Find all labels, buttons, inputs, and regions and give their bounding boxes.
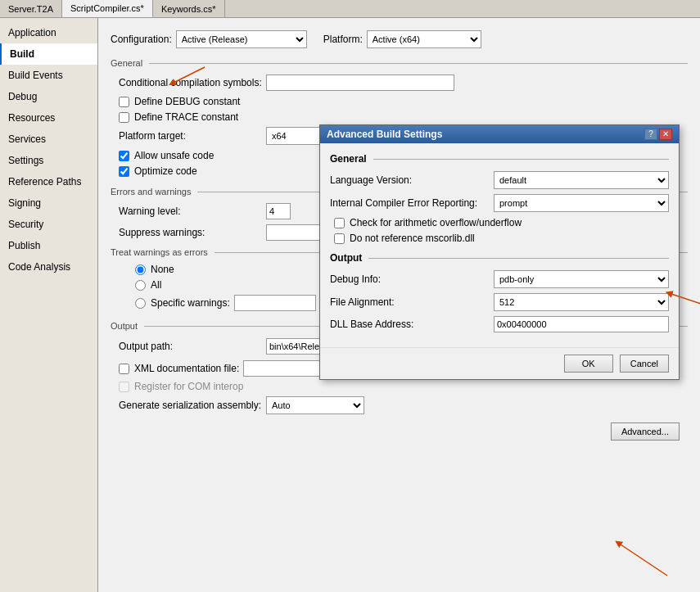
- xml-doc-checkbox[interactable]: [119, 364, 129, 374]
- tab-scriptcompiler[interactable]: ScriptCompiler.cs*: [62, 0, 153, 17]
- sidebar: Application Build Build Events Debug Res…: [0, 18, 98, 592]
- file-alignment-label: File Alignment:: [330, 296, 494, 308]
- file-alignment-dropdown[interactable]: 512: [494, 293, 669, 311]
- conditional-input[interactable]: [266, 75, 454, 91]
- svg-line-2: [618, 543, 667, 576]
- sidebar-item-reference-paths[interactable]: Reference Paths: [0, 171, 97, 192]
- dll-base-value: [494, 316, 669, 332]
- platform-label: Platform:: [323, 34, 363, 45]
- sidebar-item-debug[interactable]: Debug: [0, 86, 97, 107]
- sidebar-item-resources[interactable]: Resources: [0, 107, 97, 129]
- compiler-error-value: prompt: [494, 194, 669, 212]
- file-alignment-row: File Alignment: 512: [330, 293, 669, 311]
- specific-input[interactable]: [234, 295, 316, 311]
- none-label: None: [151, 264, 174, 275]
- dialog-help-button[interactable]: ?: [644, 129, 657, 140]
- dll-base-label: DLL Base Address:: [330, 319, 494, 330]
- general-section-label: General: [111, 58, 688, 68]
- cancel-button[interactable]: Cancel: [620, 355, 669, 373]
- arrow-annotation-3: [602, 535, 684, 584]
- compiler-error-row: Internal Compiler Error Reporting: promp…: [330, 194, 669, 212]
- all-label: All: [151, 279, 161, 291]
- platform-target-label: Platform target:: [119, 130, 266, 142]
- register-com-row: Register for COM interop: [111, 381, 688, 392]
- dialog-footer: OK Cancel: [320, 347, 679, 379]
- sidebar-item-signing[interactable]: Signing: [0, 192, 97, 214]
- config-label: Configuration:: [111, 34, 172, 45]
- dll-base-input[interactable]: [494, 316, 669, 332]
- tab-server[interactable]: Server.T2A: [0, 0, 62, 17]
- no-mscorlib-row: Do not reference mscorlib.dll: [330, 233, 669, 244]
- compiler-error-dropdown[interactable]: prompt: [494, 194, 669, 212]
- register-com-checkbox[interactable]: [119, 382, 129, 392]
- tab-bar: Server.T2A ScriptCompiler.cs* Keywords.c…: [0, 0, 700, 18]
- dialog-titlebar: Advanced Build Settings ? ✕: [320, 125, 679, 143]
- config-row: Configuration: Active (Release) Platform…: [111, 30, 688, 48]
- xml-doc-label: XML documentation file:: [134, 363, 239, 374]
- language-version-value: default: [494, 171, 669, 189]
- dll-base-row: DLL Base Address:: [330, 316, 669, 332]
- optimize-label: Optimize code: [134, 165, 197, 177]
- advanced-build-settings-dialog: Advanced Build Settings ? ✕ General Lang…: [319, 124, 680, 380]
- content-area: Configuration: Active (Release) Platform…: [98, 18, 700, 592]
- tab-keywords[interactable]: Keywords.cs*: [153, 0, 225, 17]
- sidebar-item-services[interactable]: Services: [0, 129, 97, 150]
- language-version-dropdown[interactable]: default: [494, 171, 669, 189]
- arithmetic-label: Check for arithmetic overflow/underflow: [350, 217, 522, 228]
- platform-dropdown[interactable]: Active (x64): [367, 30, 481, 48]
- define-trace-row: Define TRACE constant: [111, 111, 688, 123]
- compiler-error-label: Internal Compiler Error Reporting:: [330, 197, 494, 209]
- no-mscorlib-checkbox[interactable]: [334, 233, 345, 244]
- file-alignment-value: 512: [494, 293, 669, 311]
- define-debug-label: Define DEBUG constant: [134, 96, 240, 107]
- generate-serial-label: Generate serialization assembly:: [119, 400, 266, 411]
- define-debug-checkbox[interactable]: [119, 97, 129, 107]
- arithmetic-checkbox[interactable]: [334, 218, 345, 228]
- allow-unsafe-label: Allow unsafe code: [134, 150, 214, 161]
- dialog-title: Advanced Build Settings: [327, 129, 442, 140]
- register-com-label: Register for COM interop: [134, 381, 243, 392]
- ok-button[interactable]: OK: [564, 355, 613, 373]
- sidebar-item-build-events[interactable]: Build Events: [0, 65, 97, 86]
- dialog-close-button[interactable]: ✕: [659, 129, 672, 140]
- all-radio[interactable]: [135, 280, 146, 291]
- warning-level-input[interactable]: [266, 203, 291, 219]
- suppress-label: Suppress warnings:: [119, 227, 266, 238]
- define-trace-checkbox[interactable]: [119, 112, 129, 123]
- output-path-label: Output path:: [119, 341, 266, 352]
- optimize-checkbox[interactable]: [119, 166, 129, 177]
- none-radio[interactable]: [135, 264, 146, 275]
- sidebar-item-build[interactable]: Build: [0, 43, 97, 65]
- debug-info-value: pdb-only: [494, 270, 669, 288]
- sidebar-item-settings[interactable]: Settings: [0, 150, 97, 171]
- dialog-content: General Language Version: default Intern…: [320, 143, 679, 347]
- sidebar-item-code-analysis[interactable]: Code Analysis: [0, 256, 97, 278]
- sidebar-item-publish[interactable]: Publish: [0, 235, 97, 256]
- debug-info-dropdown[interactable]: pdb-only: [494, 270, 669, 288]
- dialog-output-section: Output: [330, 252, 669, 264]
- dialog-general-section: General: [330, 153, 669, 165]
- allow-unsafe-checkbox[interactable]: [119, 151, 129, 161]
- define-trace-label: Define TRACE constant: [134, 111, 238, 123]
- warning-level-label: Warning level:: [119, 206, 266, 217]
- language-version-label: Language Version:: [330, 174, 494, 186]
- debug-info-row: Debug Info: pdb-only: [330, 270, 669, 288]
- conditional-row: Conditional compilation symbols:: [111, 75, 688, 91]
- config-dropdown[interactable]: Active (Release): [176, 30, 307, 48]
- no-mscorlib-label: Do not reference mscorlib.dll: [350, 233, 475, 244]
- debug-info-label: Debug Info:: [330, 273, 494, 285]
- specific-label: Specific warnings:: [151, 297, 230, 309]
- advanced-button[interactable]: Advanced...: [611, 423, 680, 441]
- conditional-label: Conditional compilation symbols:: [119, 77, 266, 88]
- sidebar-item-application[interactable]: Application: [0, 22, 97, 43]
- specific-radio[interactable]: [135, 298, 146, 309]
- language-version-row: Language Version: default: [330, 171, 669, 189]
- arithmetic-row: Check for arithmetic overflow/underflow: [330, 217, 669, 228]
- generate-serial-row: Generate serialization assembly: Auto: [111, 396, 688, 414]
- generate-serial-dropdown[interactable]: Auto: [266, 396, 364, 414]
- dialog-title-buttons: ? ✕: [644, 129, 672, 140]
- sidebar-item-security[interactable]: Security: [0, 214, 97, 235]
- define-debug-row: Define DEBUG constant: [111, 96, 688, 107]
